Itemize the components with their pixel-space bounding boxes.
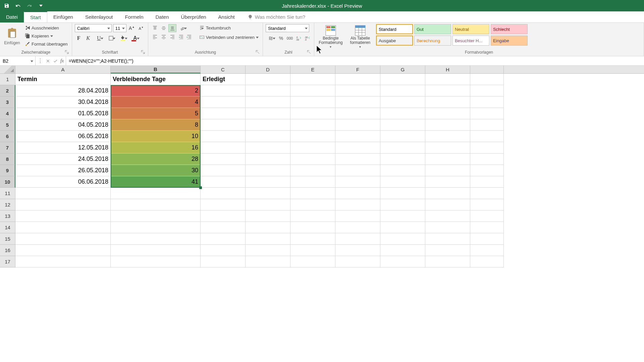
col-header-C[interactable]: C	[201, 66, 246, 73]
font-color-button[interactable]: A	[130, 34, 141, 42]
conditional-formatting-button[interactable]: Bedingte Formatierung ▾	[317, 24, 344, 49]
row-header[interactable]: 11	[0, 188, 15, 199]
cell[interactable]	[111, 222, 201, 233]
cell[interactable]	[246, 165, 290, 176]
tab-data[interactable]: Daten	[150, 11, 175, 22]
tab-insert[interactable]: Einfügen	[47, 11, 79, 22]
cell[interactable]	[335, 222, 380, 233]
cell[interactable]	[201, 199, 246, 210]
cell[interactable]	[290, 210, 335, 222]
cut-button[interactable]: Ausschneiden	[23, 24, 69, 32]
select-all-corner[interactable]	[0, 66, 15, 73]
cell[interactable]	[246, 85, 290, 97]
cell[interactable]: 06.06.2018	[15, 176, 111, 188]
cell[interactable]	[290, 222, 335, 233]
cell[interactable]	[290, 131, 335, 142]
dialog-launcher-clipboard[interactable]	[64, 50, 69, 55]
cell[interactable]	[425, 108, 470, 119]
cell[interactable]	[470, 165, 504, 176]
cell[interactable]: 26.05.2018	[15, 165, 111, 176]
italic-button[interactable]: K	[84, 34, 92, 42]
undo-button[interactable]	[14, 2, 22, 10]
cell[interactable]	[111, 210, 201, 222]
cell[interactable]	[246, 142, 290, 154]
cell[interactable]	[246, 188, 290, 199]
cell[interactable]	[380, 233, 425, 245]
cell[interactable]	[335, 119, 380, 131]
dialog-launcher-font[interactable]	[141, 50, 145, 55]
col-header-B[interactable]: B	[111, 66, 201, 73]
cell[interactable]	[246, 108, 290, 119]
cell[interactable]	[425, 154, 470, 165]
cell[interactable]: 2	[111, 85, 201, 97]
cell[interactable]: Erledigt	[201, 74, 246, 85]
cell[interactable]	[335, 142, 380, 154]
shrink-font-button[interactable]: A▼	[137, 24, 145, 32]
name-box[interactable]: B2	[0, 56, 36, 65]
row-header[interactable]: 14	[0, 222, 15, 233]
cell[interactable]	[335, 176, 380, 188]
cell[interactable]	[15, 222, 111, 233]
cell[interactable]	[335, 165, 380, 176]
cell[interactable]	[201, 233, 246, 245]
cell[interactable]	[290, 119, 335, 131]
cell[interactable]	[290, 97, 335, 108]
cell[interactable]	[246, 154, 290, 165]
cell[interactable]	[201, 176, 246, 188]
cell[interactable]	[290, 199, 335, 210]
cell[interactable]	[111, 199, 201, 210]
col-header-E[interactable]: E	[290, 66, 335, 73]
cell[interactable]	[470, 74, 504, 85]
row-header[interactable]: 2	[0, 85, 15, 97]
cell[interactable]	[335, 245, 380, 256]
row-header[interactable]: 6	[0, 131, 15, 142]
cell[interactable]	[246, 131, 290, 142]
cell[interactable]	[380, 222, 425, 233]
tab-layout[interactable]: Seitenlayout	[79, 11, 119, 22]
increase-decimal-button[interactable]: .0.00	[294, 34, 303, 42]
cell[interactable]: 30.04.2018	[15, 97, 111, 108]
col-header-G[interactable]: G	[380, 66, 425, 73]
cell[interactable]	[15, 256, 111, 267]
fill-handle[interactable]	[199, 186, 202, 189]
cell[interactable]	[15, 245, 111, 256]
enter-icon[interactable]	[53, 59, 58, 63]
cell[interactable]: 5	[111, 108, 201, 119]
cell[interactable]	[425, 97, 470, 108]
cell[interactable]	[380, 142, 425, 154]
cell[interactable]	[335, 188, 380, 199]
cell[interactable]	[425, 165, 470, 176]
cell[interactable]	[15, 233, 111, 245]
cell[interactable]: 24.05.2018	[15, 154, 111, 165]
cell[interactable]	[380, 188, 425, 199]
accounting-format-button[interactable]: ₪	[266, 34, 276, 42]
cell[interactable]	[246, 119, 290, 131]
col-header-H[interactable]: H	[425, 66, 470, 73]
save-button[interactable]	[3, 2, 11, 10]
dialog-launcher-number[interactable]	[307, 50, 311, 55]
cell[interactable]	[201, 245, 246, 256]
cell[interactable]	[470, 188, 504, 199]
cell[interactable]	[335, 74, 380, 85]
cell[interactable]	[380, 256, 425, 267]
style-standard[interactable]: Standard	[376, 24, 413, 34]
cell[interactable]	[335, 85, 380, 97]
cell[interactable]: Termin	[15, 74, 111, 85]
cell[interactable]	[201, 97, 246, 108]
align-top-button[interactable]	[151, 24, 159, 32]
style-schlecht[interactable]: Schlecht	[491, 24, 528, 34]
row-header[interactable]: 7	[0, 142, 15, 154]
font-size-combo[interactable]: 11	[113, 24, 126, 32]
cell[interactable]	[380, 210, 425, 222]
decrease-decimal-button[interactable]: .00.0	[303, 34, 311, 42]
cell[interactable]	[246, 97, 290, 108]
cell[interactable]	[15, 199, 111, 210]
row-header[interactable]: 12	[0, 199, 15, 210]
cell[interactable]	[290, 165, 335, 176]
cell[interactable]	[335, 131, 380, 142]
cell[interactable]	[425, 233, 470, 245]
wrap-text-button[interactable]: Textumbruch	[198, 24, 260, 32]
col-header-end[interactable]	[470, 66, 504, 73]
cell[interactable]	[380, 97, 425, 108]
style-eingabe[interactable]: Eingabe	[491, 36, 528, 46]
